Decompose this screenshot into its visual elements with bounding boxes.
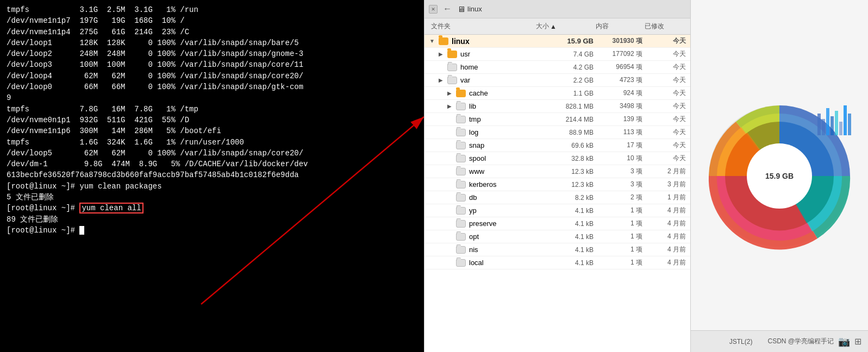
expand-icon[interactable] — [446, 247, 453, 253]
folder-date: 今天 — [642, 62, 686, 72]
window-title: 🖥 linux — [457, 4, 482, 14]
grid-icon[interactable]: ⊞ — [854, 336, 861, 347]
camera-icon[interactable]: 📷 — [838, 336, 850, 348]
expand-icon[interactable] — [446, 234, 453, 240]
folder-rows-container: ▶ usr 7.4 GB 177092 项 今天 home 4.2 GB 969… — [424, 48, 690, 269]
folder-icon — [447, 51, 457, 58]
expand-icon[interactable]: ▶ — [446, 90, 453, 97]
expand-icon[interactable] — [446, 142, 453, 149]
folder-name: cache — [469, 89, 488, 97]
folder-row[interactable]: snap 69.6 kB 17 项 今天 — [424, 139, 690, 152]
terminal-line: tmpfs 7.8G 16M 7.8G 1% /tmp — [7, 104, 417, 115]
folder-date: 今天 — [642, 89, 686, 98]
folder-icon — [456, 233, 466, 241]
folder-row[interactable]: tmp 214.4 MB 139 项 今天 — [424, 113, 690, 126]
expand-icon[interactable] — [446, 194, 453, 201]
file-manager-header: 文件夹 大小 ▲ 内容 已修改 — [424, 18, 690, 35]
folder-date: 3 月前 — [642, 180, 686, 189]
terminal-line: 89 文件已删除 — [7, 214, 417, 225]
folder-row[interactable]: home 4.2 GB 96954 项 今天 — [424, 61, 690, 74]
expand-icon[interactable]: ▶ — [438, 51, 444, 58]
expand-icon[interactable] — [446, 260, 453, 266]
folder-row[interactable]: ▶ var 2.2 GB 4723 项 今天 — [424, 74, 690, 87]
folder-row[interactable]: yp 4.1 kB 1 项 4 月前 — [424, 204, 690, 217]
folder-date: 今天 — [642, 36, 686, 46]
folder-row[interactable]: local 4.1 kB 1 项 4 月前 — [424, 256, 690, 269]
folder-row[interactable]: opt 4.1 kB 1 项 4 月前 — [424, 230, 690, 243]
folder-icon — [456, 142, 466, 149]
folder-icon — [456, 168, 466, 175]
folder-items: 1 项 — [594, 258, 642, 267]
close-button[interactable]: ✕ — [429, 5, 438, 14]
folder-name: local — [469, 259, 484, 267]
folder-name: usr — [460, 50, 470, 58]
back-button[interactable]: ← — [442, 4, 453, 15]
folder-icon — [447, 64, 457, 71]
folder-size: 4.1 kB — [534, 246, 594, 254]
folder-row-linux[interactable]: ▼ linux 15.9 GB 301930 项 今天 — [424, 35, 690, 48]
terminal-line: /dev/nvme1n1p6 300M 14M 286M 5% /boot/ef… — [7, 125, 417, 136]
folder-size: 15.9 GB — [534, 37, 594, 45]
folder-items: 3 项 — [594, 167, 642, 176]
terminal-line: /dev/loop2 248M 248M 0 100% /var/lib/sna… — [7, 48, 417, 59]
terminal-line: 5 文件已删除 — [7, 192, 417, 203]
terminal-line: [root@linux ~]# yum clean all — [7, 203, 417, 213]
expand-icon[interactable]: ▼ — [429, 38, 435, 45]
folder-row[interactable]: db 8.2 kB 2 项 1 月前 — [424, 191, 690, 204]
expand-icon[interactable]: ▶ — [438, 77, 444, 84]
folder-date: 今天 — [642, 115, 686, 124]
svg-rect-8 — [835, 111, 838, 135]
folder-date: 今天 — [642, 102, 686, 111]
expand-icon[interactable] — [446, 168, 453, 175]
terminal-line: /dev/loop4 62M 62M 0 100% /var/lib/snapd… — [7, 71, 417, 81]
terminal-line: /dev/nvme0n1p1 932G 511G 421G 55% /D — [7, 115, 417, 125]
svg-rect-9 — [839, 122, 842, 135]
terminal-line: 613becbfe36520f76a8798cd3b660faf9accb97b… — [7, 169, 417, 180]
folder-size: 88.9 MB — [534, 129, 594, 136]
folder-icon — [456, 116, 466, 123]
folder-row[interactable]: preserve 4.1 kB 1 项 4 月前 — [424, 217, 690, 230]
folder-size: 4.1 kB — [534, 233, 594, 241]
folder-icon — [456, 194, 466, 202]
folder-date: 今天 — [642, 128, 686, 137]
folder-row[interactable]: log 88.9 MB 113 项 今天 — [424, 126, 690, 139]
folder-items: 301930 项 — [594, 36, 642, 46]
folder-row[interactable]: www 12.3 kB 3 项 2 月前 — [424, 165, 690, 178]
expand-icon[interactable] — [446, 181, 453, 188]
folder-row[interactable]: ▶ lib 828.1 MB 3498 项 今天 — [424, 100, 690, 113]
folder-row[interactable]: kerberos 12.3 kB 3 项 3 月前 — [424, 178, 690, 191]
terminal-line: /dev/loop5 62M 62M 0 100% /var/lib/snapd… — [7, 148, 417, 159]
folder-size: 4.1 kB — [534, 220, 594, 228]
folder-size: 1.1 GB — [534, 90, 594, 97]
terminal-line: tmpfs 3.1G 2.5M 3.1G 1% /run — [7, 4, 417, 15]
folder-row[interactable]: ▶ cache 1.1 GB 924 项 今天 — [424, 87, 690, 100]
expand-icon[interactable] — [446, 129, 453, 136]
folder-name: spool — [469, 154, 486, 162]
folder-items: 113 项 — [594, 128, 642, 137]
svg-rect-11 — [848, 114, 851, 135]
folder-date: 今天 — [642, 49, 686, 59]
folder-items: 96954 项 — [594, 62, 642, 72]
expand-icon[interactable] — [446, 116, 453, 123]
expand-icon[interactable] — [446, 221, 453, 227]
folder-size: 7.4 GB — [534, 51, 594, 58]
terminal-line: /dev/loop3 100M 100M 0 100% /var/lib/sna… — [7, 59, 417, 70]
expand-icon[interactable] — [446, 155, 453, 162]
highlighted-command: yum clean all — [79, 203, 143, 213]
folder-size: 2.2 GB — [534, 77, 594, 84]
svg-rect-4 — [817, 114, 821, 135]
folder-row[interactable]: ▶ usr 7.4 GB 177092 项 今天 — [424, 48, 690, 61]
folder-icon — [456, 155, 466, 162]
expand-icon[interactable]: ▶ — [446, 103, 453, 110]
folder-items: 1 项 — [594, 206, 642, 215]
terminal-line: 9 — [7, 92, 417, 103]
svg-rect-6 — [826, 108, 829, 135]
folder-row[interactable]: spool 32.8 kB 10 项 今天 — [424, 152, 690, 165]
file-manager-content: ▼ linux 15.9 GB 301930 项 今天 ▶ usr 7.4 GB… — [424, 35, 690, 352]
expand-icon[interactable] — [438, 64, 444, 71]
column-items-header: 内容 — [594, 21, 642, 32]
folder-row[interactable]: nis 4.1 kB 1 项 4 月前 — [424, 243, 690, 256]
folder-date: 4 月前 — [642, 245, 686, 254]
folder-icon — [456, 181, 466, 188]
expand-icon[interactable] — [446, 208, 453, 214]
